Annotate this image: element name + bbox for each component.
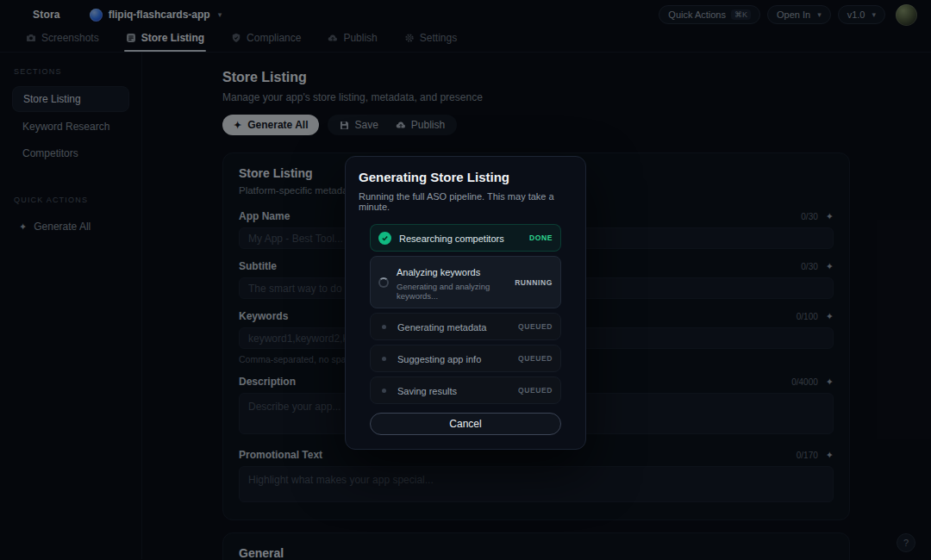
step-generating-metadata: Generating metadata QUEUED [370,313,561,340]
step-status: RUNNING [515,278,553,287]
step-researching-competitors: Researching competitors DONE [370,224,561,252]
step-status: QUEUED [518,322,553,331]
step-saving-results: Saving results QUEUED [370,376,561,404]
check-icon [378,232,391,245]
modal-subtitle: Running the full ASO pipeline. This may … [359,191,572,212]
dot-icon [382,357,386,361]
generating-modal: Generating Store Listing Running the ful… [345,156,586,450]
step-status: QUEUED [518,354,553,363]
step-label: Suggesting app info [397,354,481,364]
cancel-button[interactable]: Cancel [370,413,561,435]
modal-title: Generating Store Listing [359,170,572,184]
dot-icon [382,389,386,393]
step-status: DONE [529,233,553,242]
step-suggesting-app-info: Suggesting app info QUEUED [370,345,561,372]
step-analyzing-keywords: Analyzing keywords Generating and analyz… [370,256,561,308]
step-sublabel: Generating and analyzing keywords... [397,282,507,301]
step-label: Analyzing keywords [397,267,480,277]
step-label: Generating metadata [397,322,486,333]
step-status: QUEUED [518,386,553,395]
step-label: Saving results [397,386,457,396]
dot-icon [382,325,386,329]
spinner-icon [378,277,389,288]
pipeline-steps: Researching competitors DONE Analyzing k… [370,224,561,404]
step-label: Researching competitors [399,233,504,244]
